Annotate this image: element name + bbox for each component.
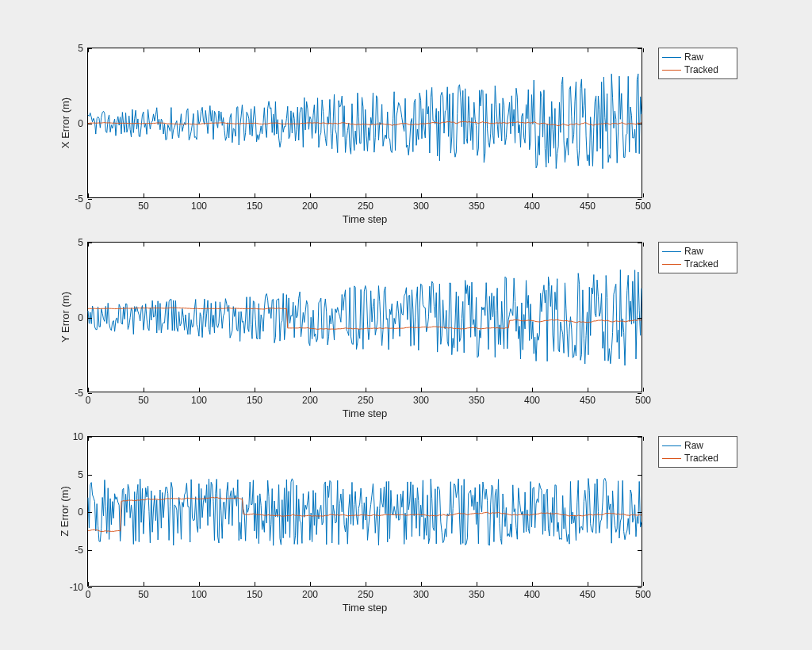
ytick: 5 — [78, 43, 83, 54]
xtick: 250 — [358, 589, 373, 600]
xtick: 450 — [580, 395, 596, 406]
ytick: 0 — [78, 118, 83, 129]
legend-tracked: Tracked — [662, 452, 733, 465]
legend-label-raw: Raw — [684, 440, 703, 451]
legend-label-tracked: Tracked — [684, 453, 718, 464]
legend-raw: Raw — [662, 51, 733, 63]
ytick: 5 — [78, 237, 83, 248]
legend-swatch-raw — [662, 445, 681, 446]
plot-y — [88, 243, 642, 392]
xtick: 150 — [247, 395, 262, 406]
axes-z: 050100150200250300350400450500-10-50510 — [87, 436, 642, 587]
xtick: 450 — [580, 589, 596, 600]
legend-z: Raw Tracked — [658, 436, 737, 468]
xtick: 100 — [191, 589, 207, 600]
xtick: 50 — [138, 589, 148, 600]
raw-series-x — [88, 74, 642, 169]
xtick: 100 — [191, 395, 207, 406]
legend-y: Raw Tracked — [658, 242, 737, 273]
ytick: 0 — [78, 312, 83, 323]
ytick: -5 — [75, 388, 83, 399]
xtick: 500 — [635, 589, 651, 600]
xtick: 400 — [524, 589, 540, 600]
ylabel-y: Y Error (m) — [59, 292, 71, 342]
xtick: 500 — [635, 201, 651, 212]
xlabel-z: Time step — [343, 602, 388, 614]
raw-series-y — [88, 270, 642, 365]
axes-x: 050100150200250300350400450500-505 — [87, 48, 642, 198]
subplot-x-error: 050100150200250300350400450500-505 X Err… — [87, 48, 642, 198]
legend-raw: Raw — [662, 439, 733, 452]
raw-series-z — [88, 478, 642, 545]
xtick: 350 — [469, 395, 485, 406]
xtick: 50 — [138, 201, 148, 212]
ylabel-z: Z Error (m) — [59, 486, 71, 537]
xtick: 300 — [413, 589, 429, 600]
legend-label-raw: Raw — [684, 52, 703, 63]
ytick: -10 — [70, 582, 83, 593]
ytick: -5 — [75, 193, 83, 205]
xtick: 250 — [358, 201, 373, 212]
xtick: 400 — [524, 395, 540, 406]
ytick: 5 — [78, 469, 83, 480]
ytick: 10 — [73, 431, 83, 442]
legend-label-tracked: Tracked — [684, 258, 718, 270]
xtick: 200 — [302, 589, 318, 600]
xtick: 500 — [635, 395, 651, 406]
subplot-y-error: 050100150200250300350400450500-505 Y Err… — [87, 242, 642, 392]
legend-label-tracked: Tracked — [684, 64, 718, 75]
legend-swatch-raw — [662, 251, 681, 252]
plot-z — [88, 437, 642, 587]
xtick: 300 — [413, 201, 429, 212]
axes-y: 050100150200250300350400450500-505 — [87, 242, 642, 392]
legend-raw: Raw — [662, 245, 733, 258]
tracked-series-y — [88, 308, 642, 329]
legend-label-raw: Raw — [684, 246, 703, 257]
xtick: 0 — [86, 201, 91, 212]
xtick: 0 — [86, 395, 91, 406]
xtick: 100 — [191, 201, 207, 212]
xtick: 200 — [302, 201, 318, 212]
plot-x — [88, 48, 642, 198]
xtick: 450 — [580, 201, 596, 212]
ylabel-x: X Error (m) — [59, 98, 71, 148]
legend-tracked: Tracked — [662, 63, 733, 76]
ytick: -5 — [75, 545, 83, 556]
xtick: 150 — [247, 201, 262, 212]
legend-swatch-tracked — [662, 264, 681, 265]
xtick: 400 — [524, 201, 540, 212]
xtick: 350 — [469, 201, 485, 212]
xtick: 350 — [469, 589, 485, 600]
xtick: 50 — [138, 395, 148, 406]
legend-tracked: Tracked — [662, 258, 733, 270]
legend-swatch-raw — [662, 57, 681, 58]
xlabel-y: Time step — [343, 407, 388, 419]
xtick: 250 — [358, 395, 373, 406]
subplot-z-error: 050100150200250300350400450500-10-50510 … — [87, 436, 642, 587]
xtick: 0 — [86, 589, 91, 600]
ytick: 0 — [78, 507, 83, 518]
xlabel-x: Time step — [343, 213, 388, 225]
xtick: 150 — [247, 589, 262, 600]
xtick: 300 — [413, 395, 429, 406]
xtick: 200 — [302, 395, 318, 406]
figure-window: 050100150200250300350400450500-505 X Err… — [0, 0, 812, 650]
legend-swatch-tracked — [662, 458, 681, 459]
legend-swatch-tracked — [662, 70, 681, 71]
legend-x: Raw Tracked — [658, 48, 737, 79]
